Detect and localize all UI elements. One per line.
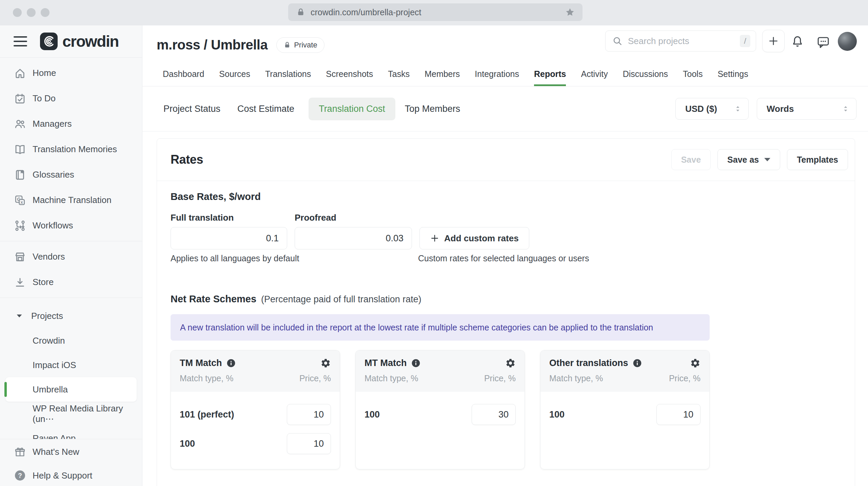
tm-match-101-price-input[interactable]	[287, 404, 331, 425]
sidebar-item-store[interactable]: Store	[0, 269, 142, 295]
tab-screenshots[interactable]: Screenshots	[326, 69, 373, 86]
crowdin-logo[interactable]: crowdin	[40, 32, 119, 50]
page-title: m.ross / Umbrella	[157, 37, 268, 53]
full-translation-rate-input[interactable]	[171, 227, 287, 249]
sidebar-item-machine-translation[interactable]: Gx Machine Translation	[0, 187, 142, 213]
tab-integrations[interactable]: Integrations	[475, 69, 519, 86]
window-zoom-button[interactable]	[41, 8, 50, 17]
book-bookmark-icon	[14, 169, 26, 181]
sidebar-item-label: Translation Memories	[33, 144, 117, 155]
sidebar-project-umbrella[interactable]: Umbrella	[5, 377, 137, 402]
rates-panel: Rates Save Save as Templates Base Rates,…	[157, 138, 855, 486]
sidebar-item-whats-new[interactable]: What's New	[0, 440, 142, 464]
other-translations-100-price-input[interactable]	[656, 404, 701, 425]
window-minimize-button[interactable]	[27, 8, 36, 17]
svg-text:?: ?	[18, 472, 22, 479]
tab-activity[interactable]: Activity	[581, 69, 608, 86]
tab-sources[interactable]: Sources	[219, 69, 250, 86]
mt-match-100-price-input[interactable]	[472, 404, 516, 425]
tab-reports[interactable]: Reports	[534, 69, 566, 86]
sidebar-project-wp-real-media-library[interactable]: WP Real Media Library (un⋯	[0, 402, 142, 426]
lock-icon	[283, 41, 291, 49]
home-icon	[14, 67, 26, 79]
templates-button[interactable]: Templates	[787, 149, 848, 170]
info-icon[interactable]	[633, 359, 642, 368]
gear-icon[interactable]	[320, 358, 331, 368]
net-rate-schemes-subheading: (Percentage paid of full translation rat…	[261, 294, 421, 305]
sidebar-item-managers[interactable]: Managers	[0, 111, 142, 137]
sidebar-item-home[interactable]: Home	[0, 60, 142, 86]
messages-button[interactable]	[815, 34, 831, 50]
projects-group-label: Projects	[31, 311, 63, 321]
subtab-project-status[interactable]: Project Status	[163, 98, 220, 120]
machine-translation-icon: Gx	[14, 194, 26, 206]
lock-icon	[296, 7, 305, 17]
search-input[interactable]	[628, 36, 740, 46]
notifications-button[interactable]	[789, 34, 806, 50]
tab-members[interactable]: Members	[425, 69, 460, 86]
sidebar-item-vendors[interactable]: Vendors	[0, 244, 142, 269]
tab-tasks[interactable]: Tasks	[388, 69, 410, 86]
tm-match-100-price-input[interactable]	[287, 433, 331, 454]
gear-icon[interactable]	[505, 358, 516, 368]
tab-translations[interactable]: Translations	[265, 69, 311, 86]
sidebar-item-todo[interactable]: To Do	[0, 86, 142, 111]
sidebar-item-workflows[interactable]: Workflows	[0, 213, 142, 238]
custom-rates-note: Custom rates for selected languages or u…	[418, 254, 589, 263]
match-type-value: 101 (perfect)	[180, 409, 234, 420]
tab-dashboard[interactable]: Dashboard	[163, 69, 204, 86]
tab-tools[interactable]: Tools	[683, 69, 703, 86]
address-bar[interactable]: crowdin.com/umbrella-project	[288, 3, 583, 21]
info-icon[interactable]	[226, 359, 236, 368]
gift-icon	[14, 446, 26, 458]
sidebar-item-label: To Do	[33, 93, 56, 104]
match-type-column-header: Match type, %	[549, 373, 603, 383]
search-box[interactable]: /	[605, 31, 756, 52]
bookmark-star-icon[interactable]	[565, 7, 575, 17]
subtab-translation-cost[interactable]: Translation Cost	[309, 98, 395, 120]
sidebar-project-crowdin[interactable]: Crowdin	[0, 328, 142, 353]
tab-settings[interactable]: Settings	[717, 69, 748, 86]
sidebar-item-glossaries[interactable]: Glossaries	[0, 162, 142, 187]
sidebar-item-label: Home	[33, 68, 56, 78]
open-book-icon	[14, 143, 26, 156]
match-type-value: 100	[549, 409, 565, 420]
save-as-button[interactable]: Save as	[717, 149, 780, 170]
tab-discussions[interactable]: Discussions	[623, 69, 668, 86]
sidebar-item-label: Store	[33, 277, 54, 287]
add-custom-rates-button[interactable]: Add custom rates	[419, 227, 529, 249]
save-button[interactable]: Save	[671, 149, 711, 170]
rates-title: Rates	[171, 153, 203, 167]
window-close-button[interactable]	[13, 8, 22, 17]
match-type-value: 100	[180, 439, 195, 449]
sidebar-item-help-support[interactable]: ? Help & Support	[0, 464, 142, 486]
search-icon	[612, 36, 623, 46]
sidebar-item-label: What's New	[33, 447, 79, 457]
user-avatar[interactable]	[838, 32, 857, 51]
sidebar-item-translation-memories[interactable]: Translation Memories	[0, 137, 142, 162]
window-controls[interactable]	[13, 8, 50, 17]
select-arrows-icon	[734, 104, 742, 113]
menu-hamburger-icon[interactable]	[14, 36, 27, 46]
create-new-button[interactable]	[762, 30, 785, 52]
proofread-rate-input[interactable]	[295, 227, 412, 249]
crowdin-logo-mark	[40, 33, 58, 50]
currency-select[interactable]: USD ($)	[675, 98, 749, 120]
units-select[interactable]: Words	[757, 98, 856, 120]
tm-match-card: TM Match Match type, % Price, %	[171, 350, 340, 469]
sidebar-project-impact-ios[interactable]: Impact iOS	[0, 353, 142, 377]
save-as-label: Save as	[727, 155, 759, 165]
info-icon[interactable]	[411, 359, 420, 368]
managers-users-icon	[14, 118, 26, 130]
subtab-top-members[interactable]: Top Members	[405, 98, 460, 120]
gear-icon[interactable]	[690, 358, 701, 368]
project-label: Crowdin	[33, 336, 65, 346]
chevron-down-icon	[764, 158, 770, 161]
sidebar-group-projects[interactable]: Projects	[0, 303, 142, 328]
table-row: 101 (perfect)	[180, 400, 331, 429]
match-type-value: 100	[364, 409, 380, 420]
plus-icon	[768, 35, 779, 47]
price-column-header: Price, %	[669, 373, 701, 383]
add-custom-rates-label: Add custom rates	[444, 233, 519, 244]
subtab-cost-estimate[interactable]: Cost Estimate	[237, 98, 294, 120]
